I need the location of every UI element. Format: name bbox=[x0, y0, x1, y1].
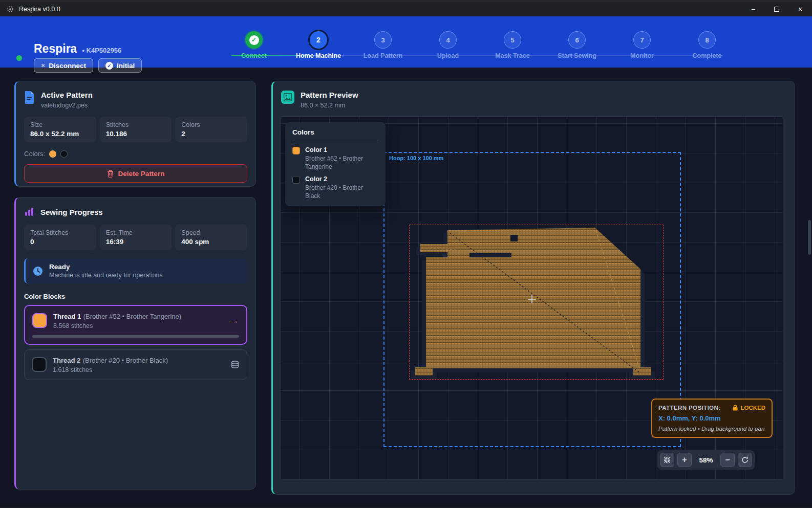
pattern-preview-card: Pattern Preview 86.0 × 52.2 mm Hoop: 100… bbox=[271, 81, 795, 495]
step-number: 7 bbox=[633, 31, 651, 49]
initial-button[interactable]: ✓ Initial bbox=[98, 58, 142, 73]
colors-legend-panel: Colors Color 1 Brother #52 • Brother Tan… bbox=[285, 122, 386, 206]
lock-icon bbox=[733, 405, 738, 411]
step-load-pattern[interactable]: 3 Load Pattern bbox=[351, 31, 415, 59]
step-upload[interactable]: 4 Upload bbox=[416, 31, 480, 59]
thread-2-stitches: 1.618 stitches bbox=[53, 366, 168, 373]
trash-icon bbox=[107, 170, 114, 178]
titlebar: Respira v0.0.0 − × bbox=[0, 2, 812, 16]
maximize-button[interactable] bbox=[765, 2, 788, 16]
reset-view-button[interactable] bbox=[738, 453, 752, 467]
step-connect[interactable]: ✓ Connect bbox=[222, 31, 286, 59]
file-icon bbox=[24, 91, 35, 104]
thread-1-stitches: 8.568 stitches bbox=[53, 322, 181, 329]
maximize-icon bbox=[774, 7, 779, 12]
stat-est-time: Est. Time 16:39 bbox=[100, 225, 172, 250]
step-number: 2 bbox=[308, 30, 329, 50]
arrow-right-icon: → bbox=[229, 315, 239, 326]
card-title: Pattern Preview bbox=[301, 91, 358, 99]
step-done-icon: ✓ bbox=[245, 31, 263, 49]
zoom-in-button[interactable]: + bbox=[677, 453, 692, 467]
stat-speed: Speed 400 spm bbox=[175, 225, 247, 250]
fit-view-button[interactable] bbox=[660, 453, 674, 467]
sewing-progress-card: Sewing Progress Total Stitches 0 Est. Ti… bbox=[14, 197, 256, 490]
thread-1-item[interactable]: Thread 1 (Brother #52 • Brother Tangerin… bbox=[24, 305, 247, 345]
zoom-toolbar: + 58% − bbox=[657, 450, 755, 470]
check-badge-icon: ✓ bbox=[105, 62, 113, 70]
pattern-dimensions: 86.0 × 52.2 mm bbox=[301, 102, 358, 109]
step-number: 6 bbox=[568, 31, 586, 49]
colors-label: Colors: bbox=[24, 150, 45, 158]
pattern-position-overlay: PATTERN POSITION: LOCKED X: 0.0mm, Y: 0.… bbox=[651, 399, 773, 438]
preview-canvas[interactable]: Hoop: 100 x 100 mm bbox=[281, 116, 783, 480]
step-mask-trace[interactable]: 5 Mask Trace bbox=[480, 31, 545, 59]
image-icon bbox=[281, 91, 294, 104]
minimize-button[interactable]: − bbox=[741, 2, 765, 16]
legend-color-1: Color 1 Brother #52 • Brother Tangerine bbox=[292, 146, 378, 171]
step-number: 5 bbox=[504, 31, 521, 49]
stat-colors: Colors 2 bbox=[175, 117, 247, 142]
active-pattern-card: Active Pattern valetudogv2.pes Size 86.0… bbox=[14, 81, 256, 187]
legend-color-2: Color 2 Brother #20 • Brother Black bbox=[292, 175, 378, 200]
stat-stitches: Stitches 10.186 bbox=[100, 117, 172, 142]
header: Respira • K4P502956 × Disconnect ✓ Initi… bbox=[0, 16, 812, 68]
pan-hint: Pattern locked • Drag background to pan bbox=[658, 426, 765, 432]
zoom-out-button[interactable]: − bbox=[720, 453, 735, 467]
stat-total-stitches: Total Stitches 0 bbox=[24, 225, 96, 250]
step-number: 4 bbox=[439, 31, 457, 49]
step-number: 3 bbox=[374, 31, 392, 49]
app-name: Respira bbox=[34, 42, 77, 56]
zoom-level: 58% bbox=[695, 456, 717, 464]
step-number: 8 bbox=[698, 31, 716, 49]
step-complete[interactable]: 8 Complete bbox=[675, 31, 739, 59]
connection-status-dot bbox=[16, 55, 22, 61]
layers-icon bbox=[230, 360, 240, 369]
close-icon: × bbox=[41, 61, 45, 70]
step-start-sewing[interactable]: 6 Start Sewing bbox=[545, 31, 609, 59]
status-title: Ready bbox=[49, 263, 163, 271]
pattern-filename: valetudogv2.pes bbox=[41, 102, 93, 109]
machine-status-box: Ready Machine is idle and ready for oper… bbox=[24, 258, 247, 283]
window-title: Respira v0.0.0 bbox=[19, 6, 60, 13]
machine-serial: • K4P502956 bbox=[82, 47, 121, 54]
card-title: Sewing Progress bbox=[40, 208, 103, 216]
card-title: Active Pattern bbox=[41, 91, 93, 99]
thread-1-progress-bar bbox=[32, 335, 239, 338]
disconnect-button[interactable]: × Disconnect bbox=[34, 58, 93, 73]
close-button[interactable]: × bbox=[788, 2, 812, 16]
thread-1-swatch bbox=[32, 313, 47, 328]
thread-2-swatch bbox=[32, 357, 47, 372]
pattern-selection-box bbox=[409, 225, 664, 380]
color-blocks-label: Color Blocks bbox=[24, 293, 247, 300]
legend-swatch-black bbox=[292, 176, 300, 184]
app-icon bbox=[6, 5, 14, 13]
bar-chart-icon bbox=[24, 207, 34, 217]
step-monitor[interactable]: 7 Monitor bbox=[610, 31, 674, 59]
status-subtitle: Machine is idle and ready for operations bbox=[49, 272, 163, 279]
stat-size: Size 86.0 x 52.2 mm bbox=[24, 117, 96, 142]
color-swatch-black bbox=[60, 150, 68, 158]
center-crosshair-icon bbox=[528, 295, 536, 303]
color-swatch-orange bbox=[49, 150, 56, 158]
step-home-machine[interactable]: 2 Home Machine bbox=[286, 31, 351, 59]
pattern-coordinates: X: 0.0mm, Y: 0.0mm bbox=[658, 414, 765, 422]
clock-icon bbox=[33, 266, 43, 276]
window-scrollbar[interactable] bbox=[808, 220, 811, 255]
thread-2-item[interactable]: Thread 2 (Brother #20 • Brother Black) 1… bbox=[24, 349, 247, 380]
delete-pattern-button[interactable]: Delete Pattern bbox=[24, 164, 247, 183]
legend-swatch-orange bbox=[292, 147, 300, 154]
